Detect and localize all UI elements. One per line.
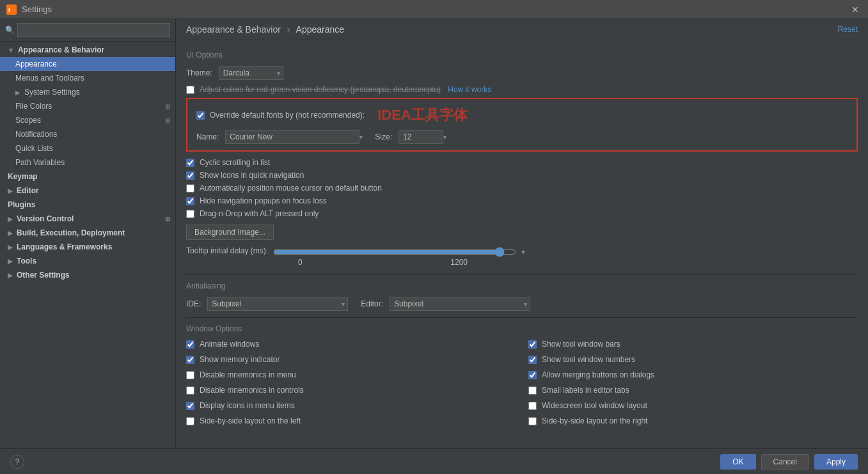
sidebar-item-appearance-behavior[interactable]: ▼ Appearance & Behavior [0,43,175,57]
sidebar-item-tools[interactable]: ▶ Tools [0,254,175,268]
animate-windows-checkbox[interactable] [186,340,194,349]
cyclic-scroll-row: Cyclic scrolling in list [186,158,858,167]
sidebar-item-label: Other Settings [17,271,70,280]
sidebar-item-menus-toolbars[interactable]: Menus and Toolbars [0,71,175,85]
sidebar-item-label: Plugins [8,200,35,209]
slider-max-label: 1200 [450,258,468,267]
disable-mnemonics-menu-row: Disable mnemonics in menu [186,370,516,379]
show-tool-window-numbers-checkbox[interactable] [528,356,537,364]
show-icons-quick-nav-checkbox[interactable] [186,171,194,180]
sidebar-item-label: Notifications [15,130,57,139]
auto-position-mouse-row: Automatically position mouse cursor on d… [186,184,858,193]
sidebar-item-quick-lists[interactable]: Quick Lists [0,141,175,155]
show-memory-indicator-checkbox[interactable] [186,356,194,364]
title-bar: I Settings ✕ [0,0,868,19]
override-fonts-checkbox[interactable] [196,111,205,120]
theme-row: Theme: Darcula IntelliJ Windows 10 High … [186,66,858,80]
sidebar-item-file-colors[interactable]: File Colors ⊞ [0,99,175,113]
apply-button[interactable]: Apply [814,454,858,470]
disable-mnemonics-menu-label: Disable mnemonics in menu [200,370,296,379]
sidebar-item-label: Scopes [15,116,41,125]
sidebar-item-build-execution[interactable]: ▶ Build, Execution, Deployment [0,226,175,240]
sidebar-item-system-settings[interactable]: ▶ System Settings [0,85,175,99]
sidebar-item-scopes[interactable]: Scopes ⊞ [0,113,175,127]
disable-mnemonics-menu-checkbox[interactable] [186,371,194,379]
window-options-label: Window Options [186,324,858,333]
sidebar-item-label: Build, Execution, Deployment [17,228,125,237]
side-by-side-right-checkbox[interactable] [528,417,537,425]
sidebar-item-label: Appearance [15,59,57,68]
theme-dropdown-wrapper: Darcula IntelliJ Windows 10 High contras… [219,66,283,80]
expand-arrow: ▶ [15,89,20,96]
expand-arrow: ▼ [8,47,14,54]
adjust-colors-checkbox[interactable] [186,86,194,94]
ide-aa-wrapper: No antialiasing Greyscale Subpixel [207,297,348,311]
breadcrumb-parent: Appearance & Behavior [186,24,281,35]
ok-button[interactable]: OK [720,454,755,470]
sidebar-item-appearance[interactable]: Appearance [0,57,175,71]
sidebar-item-editor[interactable]: ▶ Editor [0,184,175,198]
app-icon: I [6,4,17,15]
sidebar-item-other-settings[interactable]: ▶ Other Settings [0,268,175,282]
antialiasing-label: Antialiasing [186,281,858,290]
tooltip-slider-container: Tooltip initial delay (ms): ▾ [186,246,858,258]
disable-mnemonics-controls-label: Disable mnemonics in controls [200,386,304,395]
side-by-side-left-label: Side-by-side layout on the left [200,416,301,425]
sidebar-item-path-variables[interactable]: Path Variables [0,155,175,170]
content-area: Appearance & Behavior › Appearance Reset… [176,19,868,448]
slider-min-label: 0 [298,258,303,267]
cancel-button[interactable]: Cancel [761,454,809,470]
font-size-select[interactable]: 891011 1213141618 [398,130,443,144]
display-icons-menu-label: Display icons in menu items [200,401,295,410]
animate-windows-row: Animate windows [186,340,516,349]
sidebar-item-notifications[interactable]: Notifications [0,127,175,141]
search-input[interactable] [17,23,170,37]
side-by-side-left-checkbox[interactable] [186,417,194,425]
allow-merging-buttons-label: Allow merging buttons on dialogs [542,370,654,379]
ide-aa-select[interactable]: No antialiasing Greyscale Subpixel [207,297,348,311]
divider-2 [186,317,858,318]
how-it-works-link[interactable]: How it works [448,85,491,94]
adjust-colors-label: Adjust colors for red-green vision defic… [200,85,491,94]
sidebar-item-languages-frameworks[interactable]: ▶ Languages & Frameworks [0,240,175,254]
auto-position-mouse-checkbox[interactable] [186,184,194,193]
override-fonts-row: Override default fonts by (not recommend… [196,106,848,125]
auto-position-mouse-label: Automatically position mouse cursor on d… [200,184,382,193]
font-size-label: Size: [375,132,392,141]
cyclic-scroll-checkbox[interactable] [186,159,194,167]
sidebar: 🔍 ▼ Appearance & Behavior Appearance Men… [0,19,176,448]
drag-drop-alt-checkbox[interactable] [186,210,194,218]
theme-select[interactable]: Darcula IntelliJ Windows 10 High contras… [219,66,283,80]
editor-aa-select[interactable]: No antialiasing Greyscale Subpixel [390,297,530,311]
font-name-select[interactable]: Courier New Arial Consolas DejaVu Sans M… [225,130,359,144]
display-icons-menu-checkbox[interactable] [186,402,194,410]
hide-nav-popups-checkbox[interactable] [186,197,194,205]
sidebar-item-plugins[interactable]: Plugins [0,198,175,212]
sidebar-item-version-control[interactable]: ▶ Version Control ⊞ [0,212,175,226]
override-fonts-box: Override default fonts by (not recommend… [186,98,858,152]
editor-aa-label: Editor: [361,299,383,308]
hide-nav-popups-label: Hide navigation popups on focus loss [200,196,327,205]
disable-mnemonics-controls-checkbox[interactable] [186,386,194,395]
show-tool-window-numbers-label: Show tool window numbers [542,355,635,364]
adjust-colors-text: Adjust colors for red-green vision defic… [200,85,441,94]
theme-label: Theme: [186,68,212,77]
tooltip-slider[interactable] [273,247,516,257]
divider-1 [186,274,858,275]
widescreen-tool-window-checkbox[interactable] [528,402,537,410]
background-image-button[interactable]: Background Image... [186,225,274,240]
sidebar-item-label: Version Control [17,214,74,223]
drag-drop-alt-label: Drag-n-Drop with ALT pressed only [200,209,319,218]
ui-options-label: UI Options [186,51,858,59]
main-container: 🔍 ▼ Appearance & Behavior Appearance Men… [0,19,868,448]
close-button[interactable]: ✕ [849,4,862,15]
sidebar-item-keymap[interactable]: Keymap [0,170,175,184]
sidebar-nav: ▼ Appearance & Behavior Appearance Menus… [0,42,175,283]
show-tool-window-bars-checkbox[interactable] [528,340,537,349]
small-labels-editor-tabs-checkbox[interactable] [528,386,537,395]
allow-merging-buttons-checkbox[interactable] [528,371,537,379]
reset-button[interactable]: Reset [838,25,858,34]
svg-text:I: I [8,7,10,13]
help-button[interactable]: ? [10,455,24,469]
show-tool-window-bars-row: Show tool window bars [528,340,858,349]
